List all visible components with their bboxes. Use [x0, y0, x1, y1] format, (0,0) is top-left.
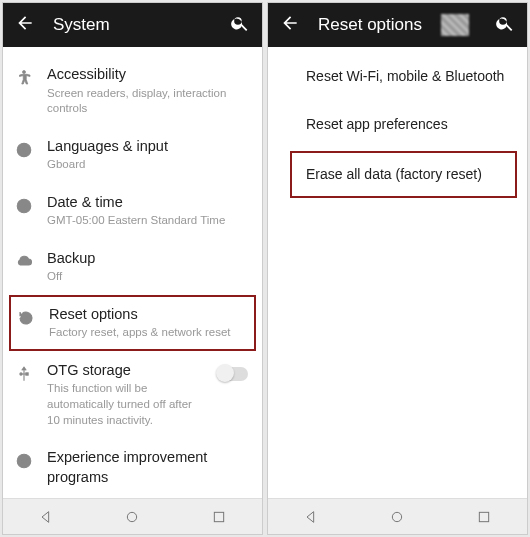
row-title: Reset options [49, 305, 246, 325]
row-subtitle: Off [47, 269, 248, 285]
row-reset-network[interactable]: Reset Wi-Fi, mobile & Bluetooth [268, 55, 527, 103]
row-otg-storage[interactable]: OTG storage This function will be automa… [3, 351, 262, 438]
row-title: Accessibility [47, 65, 248, 85]
checkmark-circle-icon [13, 450, 35, 472]
otg-icon [13, 363, 35, 385]
row-subtitle: Screen readers, display, interaction con… [47, 86, 248, 117]
reset-options-screen: Reset options Reset Wi-Fi, mobile & Blue… [267, 2, 528, 535]
otg-toggle[interactable] [218, 367, 248, 381]
appbar: System [3, 3, 262, 47]
nav-back-icon[interactable] [303, 509, 319, 525]
system-settings-screen: System Accessibility Screen readers, dis… [2, 2, 263, 535]
row-title: Reset Wi-Fi, mobile & Bluetooth [306, 67, 509, 86]
nav-back-icon[interactable] [38, 509, 54, 525]
svg-rect-15 [479, 512, 488, 521]
settings-list: Accessibility Screen readers, display, i… [3, 47, 262, 498]
row-factory-reset[interactable]: Erase all data (factory reset) [290, 151, 517, 198]
back-icon[interactable] [15, 13, 35, 37]
row-backup[interactable]: Backup Off [3, 239, 262, 295]
row-title: Languages & input [47, 137, 248, 157]
svg-point-3 [20, 373, 22, 375]
row-title: Erase all data (factory reset) [306, 165, 501, 184]
row-title: Reset app preferences [306, 115, 509, 134]
nav-home-icon[interactable] [389, 509, 405, 525]
reset-list: Reset Wi-Fi, mobile & Bluetooth Reset ap… [268, 47, 527, 498]
obscured-area [441, 14, 469, 36]
row-subtitle: GMT-05:00 Eastern Standard Time [47, 213, 248, 229]
globe-icon [13, 139, 35, 161]
nav-bar [268, 498, 527, 534]
row-title: Date & time [47, 193, 248, 213]
row-title: Experience improvement programs [47, 448, 248, 487]
cloud-icon [13, 251, 35, 273]
row-subtitle: Factory reset, apps & network reset [49, 325, 246, 341]
row-experience-programs[interactable]: Experience improvement programs [3, 438, 262, 497]
row-languages[interactable]: Languages & input Gboard [3, 127, 262, 183]
reset-icon [15, 307, 37, 329]
nav-recents-icon[interactable] [476, 509, 492, 525]
back-icon[interactable] [280, 13, 300, 37]
row-reset-app-prefs[interactable]: Reset app preferences [268, 103, 527, 151]
appbar: Reset options [268, 3, 527, 47]
row-title: OTG storage [47, 361, 206, 381]
row-subtitle: This function will be automatically turn… [47, 381, 206, 428]
search-icon[interactable] [495, 13, 515, 37]
row-reset-options[interactable]: Reset options Factory reset, apps & netw… [9, 295, 256, 351]
svg-rect-4 [26, 373, 28, 375]
row-accessibility[interactable]: Accessibility Screen readers, display, i… [3, 55, 262, 127]
clock-icon [13, 195, 35, 217]
accessibility-icon [13, 67, 35, 89]
appbar-title: System [53, 15, 212, 35]
row-datetime[interactable]: Date & time GMT-05:00 Eastern Standard T… [3, 183, 262, 239]
nav-recents-icon[interactable] [211, 509, 227, 525]
svg-point-0 [23, 71, 26, 74]
svg-point-14 [393, 512, 402, 521]
search-icon[interactable] [230, 13, 250, 37]
nav-home-icon[interactable] [124, 509, 140, 525]
nav-bar [3, 498, 262, 534]
svg-rect-13 [214, 512, 223, 521]
svg-point-12 [128, 512, 137, 521]
row-title: Backup [47, 249, 248, 269]
appbar-title: Reset options [318, 15, 423, 35]
row-subtitle: Gboard [47, 157, 248, 173]
